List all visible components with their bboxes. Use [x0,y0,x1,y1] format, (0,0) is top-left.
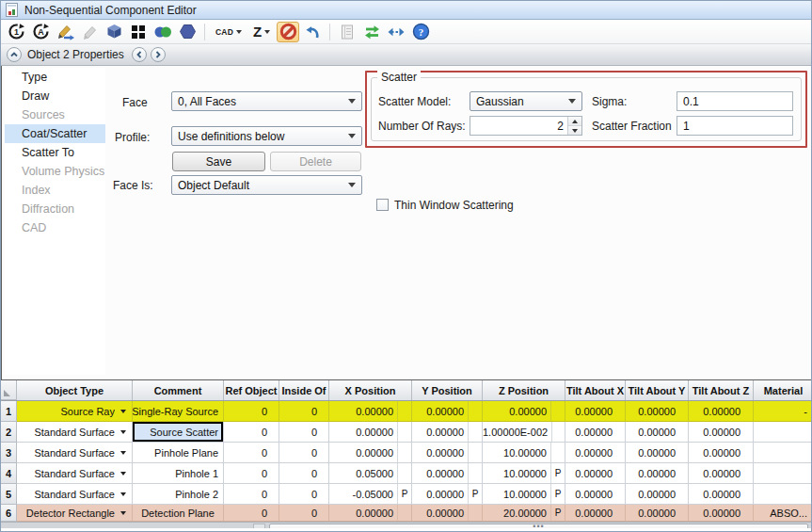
next-object-button[interactable] [151,47,166,62]
material-cell[interactable] [754,443,812,463]
z-position-cell[interactable]: 10.00000 [483,443,565,463]
tilt-z-cell[interactable]: 0.00000 [689,401,754,422]
collapse-panel-button[interactable] [7,47,22,62]
pickup-flag[interactable] [397,505,411,521]
tilt-z-cell[interactable]: 0.00000 [689,505,754,522]
help-icon[interactable]: ? [409,22,432,42]
comment-cell[interactable]: Detection Plane [133,505,224,522]
ref-object-cell[interactable]: 0 [224,505,279,522]
row-number[interactable]: 6 [1,505,17,522]
comment-cell[interactable]: Pinhole 1 [133,463,224,484]
update-all-icon[interactable]: A [29,22,52,42]
pickup-flag[interactable] [468,422,482,442]
title-bar[interactable]: Non-Sequential Component Editor [1,1,811,20]
inside-of-cell[interactable]: 0 [279,463,329,484]
tilt-y-cell[interactable]: 0.00000 [626,463,689,484]
z-position-cell[interactable]: 0.00000 [483,401,565,422]
pickup-flag[interactable] [468,463,482,483]
sync-green-icon[interactable] [360,22,383,42]
column-header-ref-object[interactable]: Ref Object [224,380,279,400]
tilt-x-cell[interactable]: 0.00000 [565,505,626,522]
tilt-x-cell[interactable]: 0.00000 [565,463,626,484]
material-cell[interactable]: - [754,401,812,422]
scrollbar-thumb[interactable]: ••• [269,524,808,528]
scrollbar-divider-handle[interactable] [253,524,265,528]
pickup-flag[interactable] [397,443,411,462]
z-position-cell[interactable]: 10.00000P [483,484,565,505]
y-position-cell[interactable]: 0.00000 [412,505,483,522]
inside-of-cell[interactable]: 0 [279,401,329,422]
z-position-cell[interactable]: 20.00000P [483,505,565,522]
tilt-z-cell[interactable]: 0.00000 [689,443,754,463]
table-row[interactable]: 3 Standard Surface Pinhole Plane 0 0 0.0… [1,443,812,463]
table-corner-cell[interactable] [1,380,17,400]
profile-dropdown[interactable]: Use definitions below [171,126,362,146]
ref-object-cell[interactable]: 0 [224,401,279,422]
column-header-tilt-about-x[interactable]: Tilt About X [565,380,626,400]
face-is-dropdown[interactable]: Object Default [171,175,362,195]
table-row[interactable]: 6 Detector Rectangle Detection Plane 0 0… [1,505,812,522]
column-header-y-position[interactable]: Y Position [412,380,483,400]
x-position-cell[interactable]: 0.00000 [329,443,412,463]
column-header-material[interactable]: Material [754,380,812,400]
material-cell[interactable]: ABSO... [754,505,812,522]
sidebar-item-coat-scatter[interactable]: Coat/Scatter [5,124,105,143]
tilt-z-cell[interactable]: 0.00000 [689,484,754,505]
z-position-cell[interactable]: 10.00000P [483,463,565,484]
table-row[interactable]: 1 Source Ray Single-Ray Source 0 0 0.000… [1,401,812,422]
solid-cube-icon[interactable] [103,22,125,42]
inside-of-cell[interactable]: 0 [279,484,329,505]
table-row[interactable]: 4 Standard Surface Pinhole 1 0 0 0.05000… [1,463,812,484]
spin-down-button[interactable] [568,126,581,135]
notes-disabled-icon[interactable] [336,22,358,42]
object-type-cell[interactable]: Detector Rectangle [17,505,133,522]
x-position-cell[interactable]: 0.05000 [329,463,412,484]
row-number[interactable]: 1 [1,401,17,422]
x-position-cell[interactable]: 0.00000 [329,401,412,422]
sidebar-item-scatter-to[interactable]: Scatter To [5,143,105,162]
pickup-flag[interactable] [468,443,482,462]
pickup-flag[interactable]: P [550,484,565,504]
sketch-disabled-icon[interactable] [78,22,101,42]
sigma-field[interactable]: 0.1 [677,91,793,111]
object-type-cell[interactable]: Standard Surface [17,463,133,484]
scatter-model-dropdown[interactable]: Gaussian [470,91,582,111]
pickup-flag[interactable]: P [550,463,565,483]
column-header-inside-of[interactable]: Inside Of [279,380,329,400]
comment-cell[interactable]: Pinhole Plane [133,443,224,463]
ref-object-cell[interactable]: 0 [224,463,279,484]
undo-arrow-icon[interactable] [301,22,324,42]
object-type-cell[interactable]: Standard Surface [17,484,133,505]
column-header-z-position[interactable]: Z Position [483,380,565,400]
sidebar-item-type[interactable]: Type [5,68,105,87]
tilt-y-cell[interactable]: 0.00000 [626,422,689,443]
material-cell[interactable] [754,422,812,443]
material-cell[interactable] [754,484,812,505]
y-position-cell[interactable]: 0.00000 [412,443,483,463]
pickup-flag[interactable] [397,422,411,442]
x-position-cell[interactable]: -0.05000P [329,484,412,505]
pickup-flag[interactable] [468,401,482,421]
tilt-x-cell[interactable]: 0.00000 [565,484,626,505]
tilt-y-cell[interactable]: 0.00000 [626,401,689,422]
pickup-flag[interactable]: P [468,484,482,504]
ref-object-cell[interactable]: 0 [224,422,279,443]
update-1-icon[interactable]: 1 [5,22,27,42]
sketch-icon[interactable] [54,22,76,42]
column-header-tilt-about-y[interactable]: Tilt About Y [626,380,689,400]
z-order-menu-button[interactable]: Z [248,22,275,42]
scatter-fraction-field[interactable]: 1 [677,116,793,136]
column-header-object-type[interactable]: Object Type [17,380,133,400]
table-row[interactable]: 2 Standard Surface Source Scatter 0 0 0.… [1,422,812,443]
inside-of-cell[interactable]: 0 [279,505,329,522]
tilt-y-cell[interactable]: 0.00000 [626,443,689,463]
pickup-flag[interactable]: P [397,484,411,504]
comment-cell[interactable]: Single-Ray Source [133,401,224,422]
pickup-flag[interactable] [397,401,411,421]
comment-cell[interactable]: Pinhole 2 [133,484,224,505]
row-number[interactable]: 2 [1,422,17,443]
y-position-cell[interactable]: 0.00000 [412,401,483,422]
row-number[interactable]: 3 [1,443,17,463]
ref-object-cell[interactable]: 0 [224,443,279,463]
tile-windows-icon[interactable] [127,22,150,42]
